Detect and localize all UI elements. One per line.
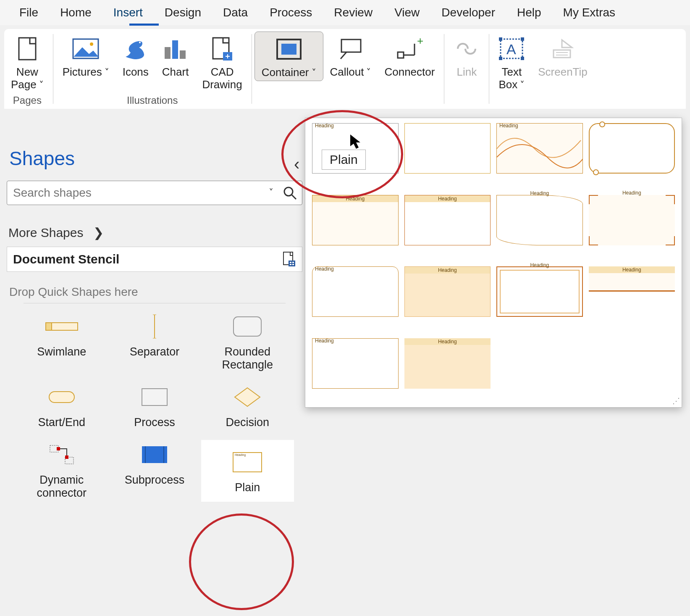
ribbon-group-diagram-parts: Container Callout + Connector	[254, 29, 442, 109]
new-page-label: New Page	[11, 66, 44, 91]
shape-label: Swimlane	[37, 345, 86, 358]
separator-icon	[152, 312, 157, 341]
menu-strip: File Home Insert Design Data Process Rev…	[0, 0, 690, 25]
shape-plain[interactable]: Heading Plain	[201, 440, 294, 502]
gallery-item[interactable]	[589, 123, 675, 174]
shape-decision[interactable]: Decision	[201, 382, 294, 429]
plain-container-icon: Heading	[232, 448, 262, 477]
gallery-item[interactable]	[404, 338, 491, 389]
shape-start-end[interactable]: Start/End	[15, 382, 108, 429]
menu-design[interactable]: Design	[154, 3, 212, 25]
menu-help[interactable]: Help	[506, 3, 552, 25]
decision-icon	[234, 382, 261, 412]
new-page-button[interactable]: New Page	[4, 32, 50, 93]
shape-rounded-rectangle[interactable]: Rounded Rectangle	[201, 312, 294, 371]
picture-icon	[72, 34, 99, 63]
svg-rect-0	[19, 38, 36, 60]
svg-rect-6	[180, 50, 186, 59]
icons-button[interactable]: Icons	[116, 32, 155, 93]
group-spacer	[346, 83, 349, 95]
gallery-item[interactable]	[589, 195, 675, 245]
gallery-item[interactable]	[312, 195, 399, 245]
callout-label: Callout	[330, 66, 371, 79]
search-shapes[interactable]: ˅	[7, 181, 302, 205]
callout-icon	[338, 34, 362, 63]
svg-rect-12	[281, 44, 296, 55]
pictures-button[interactable]: Pictures	[56, 32, 116, 93]
document-stencil-label: Document Stencil	[13, 252, 119, 266]
gallery-item[interactable]	[404, 266, 491, 317]
textbox-icon: A	[499, 34, 524, 63]
dynamic-connector-icon	[48, 440, 75, 469]
shape-label: Decision	[226, 416, 270, 429]
menu-developer[interactable]: Developer	[430, 3, 506, 25]
shape-label: Process	[134, 416, 175, 429]
shape-process[interactable]: Process	[108, 382, 201, 429]
gallery-item[interactable]	[496, 123, 583, 174]
chart-label: Chart	[162, 66, 189, 79]
pictures-label: Pictures	[63, 66, 109, 79]
textbox-button[interactable]: A Text Box	[492, 32, 531, 93]
search-input[interactable]	[7, 186, 265, 200]
chart-icon	[164, 34, 187, 63]
shape-label: Separator	[130, 345, 180, 358]
gallery-item[interactable]	[312, 338, 399, 389]
quick-shapes-grid: Swimlane Separator Rounded Rectangle Sta…	[7, 312, 302, 502]
menu-file[interactable]: File	[8, 3, 49, 25]
rounded-rect-icon	[233, 312, 262, 341]
document-stencil-row[interactable]: Document Stencil	[7, 247, 302, 272]
more-shapes-button[interactable]: More Shapes ❯	[8, 225, 302, 240]
menu-review[interactable]: Review	[323, 3, 383, 25]
menu-home[interactable]: Home	[49, 3, 102, 25]
svg-text:+: +	[417, 38, 423, 47]
screentip-label: ScreenTip	[538, 66, 588, 79]
shape-swimlane[interactable]: Swimlane	[15, 312, 108, 371]
gallery-item[interactable]	[404, 123, 491, 174]
svg-marker-25	[562, 40, 572, 47]
connector-icon: +	[396, 34, 423, 63]
container-label: Container	[262, 66, 316, 79]
ribbon-group-links: Link	[447, 29, 486, 109]
shape-label: Subprocess	[125, 474, 185, 487]
svg-rect-48	[57, 447, 60, 450]
container-icon	[275, 34, 302, 64]
chevron-right-icon: ❯	[93, 225, 104, 240]
cad-icon	[210, 34, 234, 63]
shape-label: Start/End	[38, 416, 85, 429]
gallery-item[interactable]	[312, 266, 399, 317]
subprocess-icon	[141, 440, 168, 469]
menu-insert[interactable]: Insert	[102, 3, 154, 25]
svg-rect-4	[165, 47, 171, 59]
cad-drawing-button[interactable]: CAD Drawing	[195, 32, 249, 93]
search-icon[interactable]	[278, 186, 302, 200]
connector-button[interactable]: + Connector	[378, 32, 441, 81]
gallery-item[interactable]	[404, 195, 491, 245]
ribbon-separator	[489, 34, 489, 104]
svg-rect-5	[172, 40, 178, 59]
menu-extras[interactable]: My Extras	[552, 3, 626, 25]
callout-button[interactable]: Callout	[323, 32, 378, 81]
container-button[interactable]: Container	[254, 32, 323, 81]
menu-process[interactable]: Process	[259, 3, 323, 25]
group-label-illustrations: Illustrations	[127, 95, 178, 106]
svg-point-29	[284, 187, 293, 196]
gallery-item[interactable]	[496, 266, 583, 317]
ribbon: New Page Pages Pictures Icons	[4, 29, 686, 109]
svg-rect-42	[233, 317, 261, 336]
gallery-item[interactable]	[589, 266, 675, 292]
ribbon-group-illustrations: Pictures Icons Chart CAD Drawing	[56, 29, 249, 109]
shape-dynamic-connector[interactable]: Dynamic connector	[15, 440, 108, 502]
gallery-item[interactable]	[496, 195, 583, 245]
menu-view[interactable]: View	[383, 3, 430, 25]
svg-rect-35	[290, 264, 291, 265]
svg-rect-23	[499, 57, 502, 60]
shape-subprocess[interactable]: Subprocess	[108, 440, 201, 502]
menu-data[interactable]: Data	[212, 3, 259, 25]
search-dropdown-icon[interactable]: ˅	[265, 187, 278, 198]
shape-separator[interactable]: Separator	[108, 312, 201, 371]
shape-label: Dynamic connector	[37, 474, 87, 500]
svg-rect-32	[289, 261, 295, 266]
svg-rect-26	[554, 50, 570, 58]
chart-button[interactable]: Chart	[155, 32, 196, 93]
resize-grip-icon[interactable]: ⋰	[672, 396, 680, 405]
